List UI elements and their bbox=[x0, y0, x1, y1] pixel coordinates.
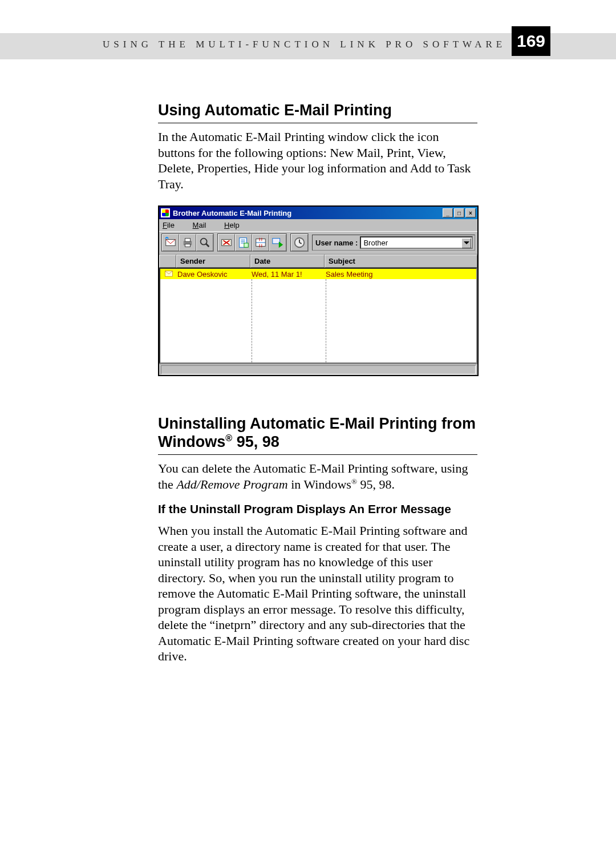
user-label: User name : bbox=[315, 239, 358, 247]
chevron-down-icon[interactable] bbox=[461, 238, 471, 248]
col-sender[interactable]: Sender bbox=[176, 255, 250, 268]
window-title: Brother Automatic E-Mail Printing bbox=[173, 209, 291, 217]
running-title: USING THE MULTI-FUNCTION LINK PRO SOFTWA… bbox=[103, 39, 506, 50]
section2-paragraph-2: When you install the Automatic E-Mail Pr… bbox=[158, 523, 477, 664]
svg-line-5 bbox=[206, 244, 209, 247]
print-icon[interactable] bbox=[179, 234, 196, 251]
view-icon[interactable] bbox=[196, 234, 213, 251]
close-button[interactable]: × bbox=[465, 208, 476, 217]
toolbar: User name : Brother bbox=[159, 231, 477, 254]
section-heading-2: Uninstalling Automatic E-Mail Printing f… bbox=[158, 415, 477, 455]
col-date[interactable]: Date bbox=[250, 255, 325, 268]
user-value: Brother bbox=[363, 239, 388, 247]
user-dropdown[interactable]: Brother bbox=[360, 236, 473, 249]
section2-paragraph: You can delete the Automatic E-Mail Prin… bbox=[158, 461, 477, 492]
message-list: Dave Oeskovic Wed, 11 Mar 1! Sales Meeti… bbox=[159, 268, 477, 364]
properties-icon[interactable] bbox=[235, 234, 252, 251]
cell-date: Wed, 11 Mar 1! bbox=[252, 270, 326, 279]
titlebar: Brother Automatic E-Mail Printing _ □ × bbox=[159, 207, 477, 219]
section1-paragraph: In the Automatic E-Mail Printing window … bbox=[158, 129, 477, 192]
svg-rect-13 bbox=[244, 243, 248, 247]
cell-sender: Dave Oeskovic bbox=[177, 270, 252, 279]
new-mail-icon[interactable] bbox=[162, 234, 179, 251]
cell-subject: Sales Meeting bbox=[326, 270, 476, 279]
menu-file[interactable]: File bbox=[163, 221, 183, 229]
menu-help[interactable]: Help bbox=[224, 221, 248, 229]
hide-log-icon[interactable] bbox=[252, 234, 269, 251]
col-subject[interactable]: Subject bbox=[325, 255, 477, 268]
app-window: Brother Automatic E-Mail Printing _ □ × … bbox=[158, 205, 479, 376]
section-heading-1: Using Automatic E-Mail Printing bbox=[158, 102, 477, 123]
statusbar bbox=[159, 364, 477, 375]
svg-rect-2 bbox=[185, 239, 190, 242]
envelope-icon bbox=[160, 270, 177, 279]
subsection-heading: If the Uninstall Program Displays An Err… bbox=[158, 502, 477, 516]
column-divider bbox=[252, 279, 252, 362]
task-tray-icon[interactable] bbox=[269, 234, 286, 251]
clock-icon[interactable] bbox=[291, 234, 308, 251]
col-icon[interactable] bbox=[159, 255, 176, 268]
user-selector: User name : Brother bbox=[312, 235, 475, 251]
delete-icon[interactable] bbox=[218, 234, 235, 251]
menu-mail[interactable]: Mail bbox=[193, 221, 214, 229]
page-number: 169 bbox=[512, 26, 550, 56]
maximize-button[interactable]: □ bbox=[454, 208, 464, 217]
column-divider bbox=[326, 279, 326, 362]
column-headers: Sender Date Subject bbox=[159, 254, 477, 268]
app-icon bbox=[161, 208, 170, 217]
svg-rect-16 bbox=[273, 239, 280, 244]
table-row[interactable]: Dave Oeskovic Wed, 11 Mar 1! Sales Meeti… bbox=[160, 269, 476, 279]
minimize-button[interactable]: _ bbox=[443, 208, 453, 217]
menubar: File Mail Help bbox=[159, 219, 477, 231]
svg-rect-3 bbox=[185, 244, 190, 247]
